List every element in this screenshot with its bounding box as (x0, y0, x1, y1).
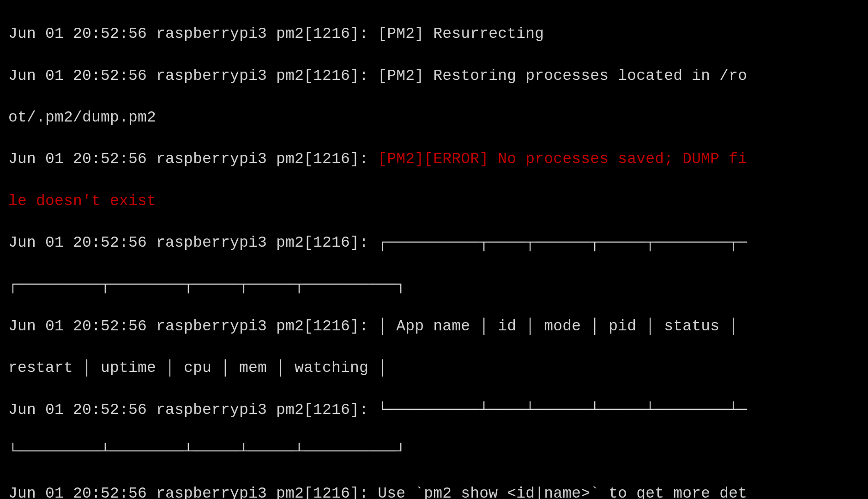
log-line: Jun 01 20:52:56 raspberrypi3 pm2[1216]: … (8, 232, 860, 253)
log-line: Jun 01 20:52:56 raspberrypi3 pm2[1216]: … (8, 400, 860, 420)
log-line: ot/.pm2/dump.pm2 (8, 107, 860, 128)
table-border: └──────────┴────┴──────┴─────┴────────┴─ (378, 402, 747, 419)
table-border: ┌─────────┬────────┬─────┬─────┬────────… (8, 274, 860, 295)
log-line: Jun 01 20:52:56 raspberrypi3 pm2[1216]: … (8, 483, 860, 499)
log-prefix: Jun 01 20:52:56 raspberrypi3 pm2[1216]: (8, 151, 378, 168)
table-header: │ App name │ id │ mode │ pid │ status │ (378, 318, 747, 335)
log-prefix: Jun 01 20:52:56 raspberrypi3 pm2[1216]: (8, 234, 378, 251)
table-border: ┌──────────┬────┬──────┬─────┬────────┬─ (378, 234, 747, 251)
log-line: Jun 01 20:52:56 raspberrypi3 pm2[1216]: … (8, 66, 860, 86)
terminal-window[interactable]: Jun 01 20:52:56 raspberrypi3 pm2[1216]: … (0, 0, 868, 499)
log-line: Jun 01 20:52:56 raspberrypi3 pm2[1216]: … (8, 316, 860, 337)
error-text: [PM2][ERROR] No processes saved; DUMP fi (378, 151, 747, 168)
log-prefix: Jun 01 20:52:56 raspberrypi3 pm2[1216]: (8, 402, 378, 419)
log-line: Jun 01 20:52:56 raspberrypi3 pm2[1216]: … (8, 24, 860, 44)
log-prefix: Jun 01 20:52:56 raspberrypi3 pm2[1216]: (8, 318, 378, 335)
error-text: le doesn't exist (8, 191, 860, 212)
log-line: Jun 01 20:52:56 raspberrypi3 pm2[1216]: … (8, 149, 860, 170)
table-header: restart │ uptime │ cpu │ mem │ watching … (8, 358, 860, 378)
table-border: └─────────┴────────┴─────┴─────┴────────… (8, 441, 860, 462)
